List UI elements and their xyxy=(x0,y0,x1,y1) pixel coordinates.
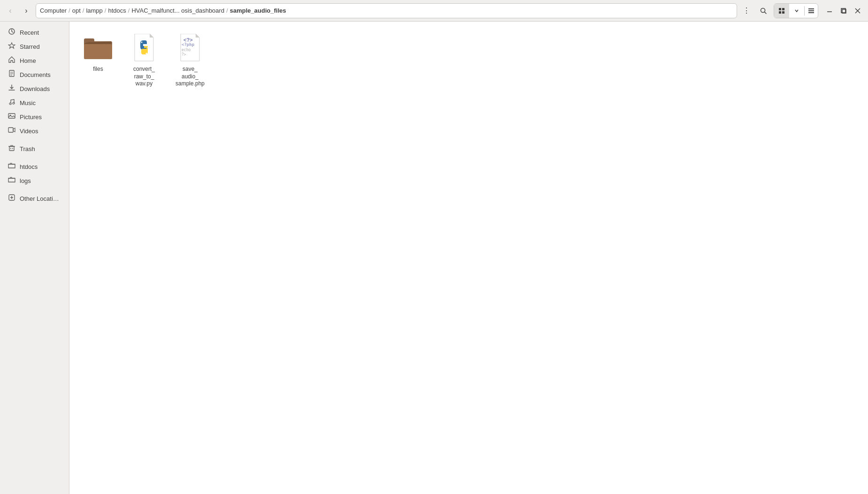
trash-icon xyxy=(8,144,16,153)
breadcrumb-label: htdocs xyxy=(108,7,126,14)
breadcrumb-sep-2: / xyxy=(104,7,107,14)
list-icon xyxy=(808,8,815,14)
sidebar-item-label: Starred xyxy=(20,43,40,50)
sidebar-item-label: Recent xyxy=(20,29,39,36)
svg-rect-5 xyxy=(782,11,784,14)
svg-marker-15 xyxy=(8,43,15,48)
svg-rect-26 xyxy=(9,146,14,151)
sidebar: Recent Starred Home xyxy=(0,22,69,494)
view-controls xyxy=(774,3,818,18)
file-grid: files xyxy=(77,29,860,91)
other-locations-icon xyxy=(8,194,16,203)
grid-view-button[interactable] xyxy=(774,3,789,18)
svg-rect-2 xyxy=(779,8,781,10)
breadcrumb-hvac[interactable]: HVAC_malfunct... osis_dashboard xyxy=(131,7,224,14)
sidebar-item-label: Downloads xyxy=(20,85,50,92)
breadcrumb-computer[interactable]: Computer xyxy=(40,7,67,14)
starred-icon xyxy=(8,42,16,51)
svg-rect-4 xyxy=(779,11,781,14)
htdocs-folder-icon xyxy=(8,162,16,171)
recent-icon xyxy=(8,28,16,37)
search-button[interactable] xyxy=(756,3,771,18)
svg-rect-3 xyxy=(782,8,784,10)
svg-rect-35 xyxy=(84,44,112,59)
sidebar-gap-3 xyxy=(0,188,69,191)
window-controls xyxy=(823,4,864,17)
minimize-button[interactable] xyxy=(823,4,836,17)
svg-rect-25 xyxy=(8,128,13,132)
sidebar-gap-2 xyxy=(0,156,69,160)
breadcrumb-opt[interactable]: opt xyxy=(72,7,81,14)
sidebar-item-home[interactable]: Home xyxy=(2,53,67,68)
sidebar-item-label: Documents xyxy=(20,71,51,78)
sidebar-item-label: Videos xyxy=(20,128,38,135)
restore-button[interactable] xyxy=(837,4,850,17)
sidebar-item-music[interactable]: Music xyxy=(2,96,67,110)
sidebar-item-label: Pictures xyxy=(20,114,42,121)
close-icon xyxy=(854,8,861,14)
breadcrumb-label: lampp xyxy=(86,7,102,14)
downloads-icon xyxy=(8,84,16,93)
back-button[interactable]: ‹ xyxy=(4,4,17,17)
sidebar-item-recent[interactable]: Recent xyxy=(2,25,67,39)
sidebar-item-pictures[interactable]: Pictures xyxy=(2,110,67,124)
sidebar-item-documents[interactable]: Documents xyxy=(2,68,67,82)
forward-button[interactable]: › xyxy=(20,4,33,17)
sidebar-item-logs[interactable]: logs xyxy=(2,174,67,188)
view-chevron-button[interactable] xyxy=(789,3,804,18)
svg-text:<?php: <?php xyxy=(182,42,195,47)
search-icon xyxy=(760,7,767,15)
list-view-button[interactable] xyxy=(805,3,818,18)
php-file-icon: <?php echo ?> <?> xyxy=(175,33,205,63)
close-button[interactable] xyxy=(851,4,864,17)
folder-open-icon xyxy=(83,33,113,63)
breadcrumb-sep-0: / xyxy=(68,7,71,14)
sidebar-item-label: Other Locations xyxy=(20,195,61,202)
pictures-icon xyxy=(8,112,16,122)
grid-icon xyxy=(778,8,785,14)
svg-text:<?>: <?> xyxy=(183,37,193,43)
sidebar-item-htdocs[interactable]: htdocs xyxy=(2,160,67,174)
sidebar-item-downloads[interactable]: Downloads xyxy=(2,82,67,96)
sidebar-item-label: logs xyxy=(20,177,31,184)
minimize-icon xyxy=(826,8,833,14)
breadcrumb-sep-3: / xyxy=(127,7,131,14)
list-item[interactable]: files xyxy=(77,29,119,91)
svg-point-36 xyxy=(141,42,143,43)
sidebar-item-starred[interactable]: Starred xyxy=(2,39,67,53)
svg-rect-6 xyxy=(808,8,814,9)
home-icon xyxy=(8,56,16,65)
restore-icon xyxy=(840,8,847,14)
titlebar: ‹ › Computer / opt / lampp / htdocs / HV… xyxy=(0,0,868,22)
breadcrumb-label: Computer xyxy=(40,7,67,14)
breadcrumb-sep-1: / xyxy=(82,7,85,14)
content-area: files xyxy=(69,22,868,494)
breadcrumb-label: opt xyxy=(72,7,81,14)
music-icon xyxy=(8,98,16,107)
sidebar-gap xyxy=(0,138,69,142)
svg-text:?>: ?> xyxy=(182,53,186,57)
breadcrumb: Computer / opt / lampp / htdocs / HVAC_m… xyxy=(36,3,737,18)
breadcrumb-lampp[interactable]: lampp xyxy=(86,7,102,14)
sidebar-item-label: htdocs xyxy=(20,163,38,170)
logs-folder-icon xyxy=(8,176,16,185)
file-name: save_audio_sample.php xyxy=(175,66,205,88)
breadcrumb-sample-audio[interactable]: sample_audio_files xyxy=(230,7,286,14)
chevron-down-icon xyxy=(794,8,799,13)
sidebar-item-other-locations[interactable]: Other Locations xyxy=(2,191,67,205)
list-item[interactable]: <?php echo ?> <?> save_audio_sample.php xyxy=(169,29,211,91)
sidebar-item-trash[interactable]: Trash xyxy=(2,142,67,156)
breadcrumb-htdocs[interactable]: htdocs xyxy=(108,7,126,14)
sidebar-item-label: Music xyxy=(20,99,36,106)
list-item[interactable]: convert_raw_to_wav.py xyxy=(123,29,165,91)
sidebar-item-videos[interactable]: Videos xyxy=(2,124,67,138)
sidebar-item-label: Trash xyxy=(20,145,35,152)
python-file-icon xyxy=(129,33,159,63)
svg-rect-7 xyxy=(808,10,814,11)
breadcrumb-sep-4: / xyxy=(225,7,229,14)
documents-icon xyxy=(8,70,16,79)
file-name: files xyxy=(93,66,103,73)
svg-text:echo: echo xyxy=(182,48,190,52)
breadcrumb-label: sample_audio_files xyxy=(230,7,286,14)
more-options-button[interactable]: ⋮ xyxy=(740,4,753,17)
